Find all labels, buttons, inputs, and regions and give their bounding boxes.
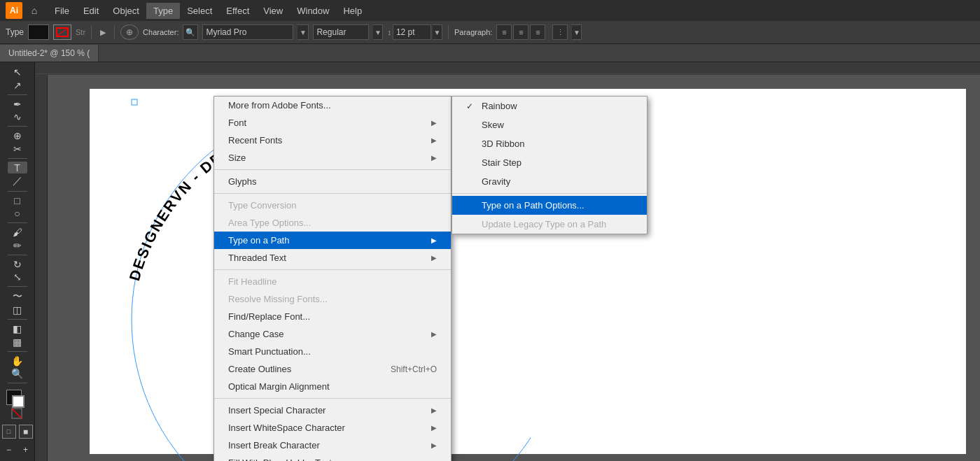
color-stroke-swatch[interactable] bbox=[53, 24, 71, 40]
menu-item-insert-break[interactable]: Insert Break Character ▶ bbox=[214, 437, 451, 454]
submenu-3d-ribbon[interactable]: 3D Ribbon bbox=[452, 134, 647, 153]
size-dropdown[interactable]: ▼ bbox=[433, 24, 442, 40]
scissors-tool[interactable]: ✂ bbox=[8, 143, 27, 154]
menu-item-fill-placeholder[interactable]: Fill With PlaceHolder Text bbox=[214, 454, 451, 461]
menu-item-font[interactable]: Font ▶ bbox=[214, 114, 451, 132]
menu-item-insert-special[interactable]: Insert Special Character ▶ bbox=[214, 402, 451, 419]
document-tab[interactable]: Untitled-2* @ 150 % ( bbox=[0, 45, 99, 62]
home-icon[interactable]: ⌂ bbox=[27, 3, 42, 18]
menu-item-threaded-text[interactable]: Threaded Text ▶ bbox=[214, 249, 451, 267]
toolbar-options-btn[interactable]: ▶ bbox=[97, 28, 108, 37]
align-right-btn[interactable]: ≡ bbox=[530, 24, 545, 40]
menu-item-create-outlines[interactable]: Create Outlines Shift+Ctrl+O bbox=[214, 360, 451, 378]
hand-tool[interactable]: ✋ bbox=[8, 355, 27, 366]
line-tool[interactable]: ／ bbox=[8, 175, 27, 187]
svg-line-1 bbox=[12, 409, 22, 418]
canvas-area: DESIGNERVN - DESIGNER VIỆT NAM More from… bbox=[35, 62, 980, 461]
type-tool[interactable]: T bbox=[8, 162, 27, 173]
graph-tool[interactable]: ▦ bbox=[8, 336, 27, 347]
menu-div-4 bbox=[214, 398, 451, 399]
screen-mode-btn[interactable]: □ bbox=[2, 425, 16, 439]
align-center-btn[interactable]: ≡ bbox=[513, 24, 528, 40]
gradient-tool[interactable]: ◧ bbox=[8, 323, 27, 334]
menu-item-find-font[interactable]: Find/Replace Font... bbox=[214, 308, 451, 325]
menu-edit[interactable]: Edit bbox=[76, 3, 106, 19]
color-fill-swatch[interactable] bbox=[28, 24, 49, 40]
select-tool[interactable]: ↖ bbox=[8, 66, 27, 78]
menu-bar: Ai ⌂ File Edit Object Type Select Effect… bbox=[0, 0, 980, 21]
toolbar-sep-1 bbox=[91, 25, 92, 39]
menu-item-type-conversion: Type Conversion bbox=[214, 197, 451, 214]
menu-item-insert-whitespace[interactable]: Insert WhiteSpace Character ▶ bbox=[214, 419, 451, 437]
menu-item-type-on-path[interactable]: Type on a Path ▶ bbox=[214, 232, 451, 249]
menu-item-change-case[interactable]: Change Case ▶ bbox=[214, 325, 451, 343]
menu-item-size[interactable]: Size ▶ bbox=[214, 149, 451, 166]
canvas-content: DESIGNERVN - DESIGNER VIỆT NAM More from… bbox=[48, 75, 980, 461]
paragraph-more-btn[interactable]: ⋮ bbox=[552, 24, 568, 40]
ellipse-tool[interactable]: ○ bbox=[8, 208, 27, 219]
menu-select[interactable]: Select bbox=[180, 3, 219, 19]
type-menu-dropdown: More from Adobe Fonts... Font ▶ Recent F… bbox=[214, 96, 451, 461]
zoom-out-btn[interactable]: − bbox=[2, 443, 16, 457]
pen-tool[interactable]: ✒ bbox=[8, 98, 27, 109]
menu-item-smart-punct[interactable]: Smart Punctuation... bbox=[214, 343, 451, 360]
rotate-tool[interactable]: ↻ bbox=[8, 258, 27, 269]
app-icon: Ai bbox=[6, 2, 22, 19]
menu-object[interactable]: Object bbox=[106, 3, 146, 19]
menu-item-more-fonts[interactable]: More from Adobe Fonts... bbox=[214, 97, 451, 114]
paragraph-dropdown[interactable]: ▼ bbox=[572, 24, 582, 40]
anchor-tool[interactable]: ⊕ bbox=[8, 130, 27, 141]
pencil-tool[interactable]: ✏ bbox=[8, 239, 27, 250]
toolbar: Type Str ▶ ⊕ Character: 🔍 ▼ ▼ ↕ ▼ Paragr… bbox=[0, 21, 980, 44]
scale-tool[interactable]: ⤡ bbox=[8, 271, 27, 283]
menu-help[interactable]: Help bbox=[336, 3, 369, 19]
menu-view[interactable]: View bbox=[256, 3, 290, 19]
menu-item-optical-margin[interactable]: Optical Margin Alignment bbox=[214, 378, 451, 395]
insert-break-arrow: ▶ bbox=[431, 441, 437, 449]
globe-icon[interactable]: ⊕ bbox=[120, 24, 139, 40]
color-swatch-group[interactable] bbox=[6, 390, 29, 404]
size-input[interactable] bbox=[393, 24, 431, 40]
align-left-btn[interactable]: ≡ bbox=[496, 24, 512, 40]
menu-item-recent-fonts[interactable]: Recent Fonts ▶ bbox=[214, 132, 451, 149]
menu-effect[interactable]: Effect bbox=[219, 3, 256, 19]
full-screen-btn[interactable]: ◼ bbox=[19, 425, 33, 439]
submenu-path-options[interactable]: Type on a Path Options... bbox=[452, 196, 647, 215]
direct-select-tool[interactable]: ↗ bbox=[8, 79, 27, 90]
ruler-horizontal bbox=[35, 62, 980, 75]
tool-sep-8 bbox=[8, 319, 27, 320]
brush-tool[interactable]: 🖌 bbox=[8, 227, 27, 238]
view-options-group: − + bbox=[2, 443, 33, 457]
change-case-arrow: ▶ bbox=[431, 330, 437, 338]
style-dropdown[interactable]: ▼ bbox=[373, 24, 383, 40]
toolbar-stroke-button[interactable]: Str bbox=[76, 28, 85, 36]
menu-item-glyphs[interactable]: Glyphs bbox=[214, 173, 451, 190]
zoom-tool[interactable]: 🔍 bbox=[8, 368, 27, 379]
submenu-gravity[interactable]: Gravity bbox=[452, 172, 647, 191]
style-input[interactable] bbox=[313, 24, 369, 40]
menu-window[interactable]: Window bbox=[290, 3, 336, 19]
warp-tool[interactable]: 〜 bbox=[8, 290, 27, 303]
tool-sep-3 bbox=[8, 158, 27, 159]
menu-file[interactable]: File bbox=[48, 3, 76, 19]
submenu-rainbow[interactable]: ✓ Rainbow bbox=[452, 97, 647, 115]
submenu-stair-step[interactable]: Stair Step bbox=[452, 153, 647, 172]
curvature-tool[interactable]: ∿ bbox=[8, 111, 27, 122]
swap-colors-icon[interactable] bbox=[10, 408, 25, 420]
size-arrow: ▶ bbox=[431, 154, 437, 162]
font-search-icon[interactable]: 🔍 bbox=[183, 24, 198, 40]
type-on-path-arrow: ▶ bbox=[431, 236, 437, 244]
zoom-in-btn[interactable]: + bbox=[19, 443, 33, 457]
blend-tool[interactable]: ◫ bbox=[8, 304, 27, 315]
rect-tool[interactable]: □ bbox=[8, 194, 27, 206]
submenu-skew[interactable]: Skew bbox=[452, 115, 647, 134]
menu-div-2 bbox=[214, 193, 451, 194]
tool-sep-9 bbox=[8, 351, 27, 352]
menu-type[interactable]: Type bbox=[146, 3, 180, 19]
stroke-swatch[interactable] bbox=[12, 395, 24, 408]
font-dropdown[interactable]: ▼ bbox=[298, 24, 309, 40]
font-input[interactable] bbox=[202, 24, 293, 40]
size-control: ↕ ▼ bbox=[387, 24, 442, 40]
paragraph-align-group: ≡ ≡ ≡ bbox=[496, 24, 545, 40]
recent-fonts-arrow: ▶ bbox=[431, 136, 437, 144]
